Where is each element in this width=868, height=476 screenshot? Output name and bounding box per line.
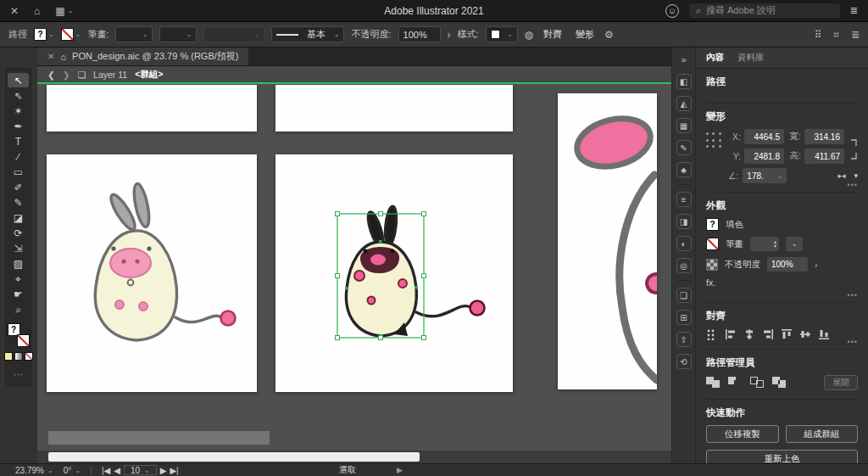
height-input[interactable]: 411.67 xyxy=(804,148,844,164)
constrain-proportions-icon[interactable] xyxy=(849,131,858,168)
previous-artboard-icon[interactable]: ◀ xyxy=(114,466,120,475)
zoom-tool[interactable]: ⌕ xyxy=(8,302,29,316)
rectangle-tool[interactable]: ▭ xyxy=(8,165,29,179)
forward-icon[interactable]: ❯ xyxy=(63,70,70,80)
brushes-icon[interactable]: ✎ xyxy=(676,140,692,155)
rotation-input[interactable]: 178. ⌄ xyxy=(743,168,787,183)
align-more-options[interactable]: ••• xyxy=(848,338,858,346)
rotate-tool[interactable]: ⟳ xyxy=(8,226,29,240)
panel-menu-icon[interactable]: ≣ xyxy=(850,5,858,16)
paintbrush-tool[interactable]: ✐ xyxy=(8,180,29,194)
artboard-partial-top-center[interactable] xyxy=(275,85,513,132)
none-mode-icon[interactable] xyxy=(25,352,33,361)
layers-icon[interactable]: ❏ xyxy=(676,288,692,303)
breadcrumb-layer[interactable]: Layer 11 xyxy=(93,70,127,80)
graphic-style-select[interactable]: ⌄ xyxy=(486,26,518,42)
gradient-tool[interactable]: ▨ xyxy=(8,256,29,271)
stroke-weight-select[interactable]: ⌄ xyxy=(115,26,153,42)
appearance-stroke-swatch[interactable] xyxy=(706,238,719,250)
flip-vertical-icon[interactable]: ▾ xyxy=(854,171,858,180)
document-tab[interactable]: ✕ ⌂ PON_design.aic @ 23.79 % (RGB/預視) xyxy=(37,48,248,65)
eraser-tool[interactable]: ◪ xyxy=(8,210,29,225)
artboard-partial-bottom[interactable] xyxy=(48,431,270,445)
next-artboard-icon[interactable]: ▶ xyxy=(160,466,167,475)
offset-path-button[interactable]: 位移複製 xyxy=(706,425,779,443)
selection-handle[interactable] xyxy=(336,274,340,278)
magic-wand-tool[interactable]: ✶ xyxy=(8,104,29,118)
gradient-mode-icon[interactable] xyxy=(14,352,23,361)
fill-stroke-indicator[interactable]: ? xyxy=(7,323,31,347)
symbols-icon[interactable]: ♣ xyxy=(676,162,692,177)
back-icon[interactable]: ❮ xyxy=(47,70,55,80)
color-guide-icon[interactable]: ◭ xyxy=(676,96,692,111)
selection-handle[interactable] xyxy=(379,212,383,216)
transform-more-options[interactable]: ••• xyxy=(848,181,858,189)
artboard-partial-right[interactable] xyxy=(558,93,657,389)
appearance-fill-swatch[interactable]: ? xyxy=(706,218,719,231)
color-mode-icon[interactable] xyxy=(4,352,13,361)
align-top-icon[interactable] xyxy=(781,328,793,340)
artboards-icon[interactable]: ⊞ xyxy=(676,310,692,325)
expand-button[interactable]: 展開 xyxy=(824,375,858,390)
brush-definition-select[interactable]: 基本 ⌄ xyxy=(271,26,344,42)
first-artboard-icon[interactable]: |◀ xyxy=(102,466,110,475)
align-left-icon[interactable] xyxy=(725,328,737,340)
selection-handle[interactable] xyxy=(422,336,426,340)
asset-export-icon[interactable]: ⇪ xyxy=(676,332,692,347)
opacity-options-chevron-icon[interactable]: › xyxy=(815,260,818,270)
collapse-panels-icon[interactable]: » xyxy=(676,52,692,67)
stroke-weight-unit-select[interactable]: ⌄ xyxy=(786,237,803,251)
x-input[interactable]: 4464.5 xyxy=(744,129,784,144)
history-icon[interactable]: ⟲ xyxy=(676,354,692,369)
stroke-indicator[interactable] xyxy=(17,334,30,347)
appearance-icon[interactable]: ◎ xyxy=(676,258,692,273)
anchor-point[interactable] xyxy=(379,240,381,243)
anchor-point[interactable] xyxy=(345,287,348,289)
home-icon[interactable]: ⌂ xyxy=(34,5,40,17)
line-segment-tool[interactable]: ∕ xyxy=(8,149,29,164)
align-bottom-icon[interactable] xyxy=(818,328,830,340)
workspace-switcher[interactable]: ▦ ⌄ xyxy=(55,5,73,17)
selection-handle[interactable] xyxy=(422,212,426,216)
stroke-color-select[interactable]: ⌄ xyxy=(61,28,81,41)
selection-handle[interactable] xyxy=(336,212,340,216)
zoom-level-select[interactable]: 23.79% ⌄ xyxy=(15,466,53,475)
rotation-select[interactable]: 0° ⌄ xyxy=(64,466,81,475)
transparency-icon[interactable]: ◐ xyxy=(676,236,692,251)
user-avatar-icon[interactable]: ☺ xyxy=(665,4,679,18)
horizontal-scrollbar-thumb[interactable] xyxy=(48,452,420,462)
direct-selection-tool[interactable]: ⇖ xyxy=(8,88,29,103)
horizontal-scrollbar[interactable] xyxy=(37,451,671,463)
y-input[interactable]: 2481.8 xyxy=(744,148,784,164)
scale-tool[interactable]: ⇲ xyxy=(8,241,29,255)
appearance-opacity-input[interactable]: 100% xyxy=(767,257,808,272)
recolor-artwork-icon[interactable]: ◍ xyxy=(525,29,533,41)
artboard-navigation-select[interactable]: 10 ⌄ xyxy=(124,465,157,475)
width-input[interactable]: 314.16 xyxy=(804,129,844,144)
fill-color-select[interactable]: ? ⌄ xyxy=(34,28,54,41)
selection-handle[interactable] xyxy=(422,274,426,278)
transform-button[interactable]: 變形 xyxy=(572,28,598,41)
arrange-documents-icon[interactable]: ⌗ xyxy=(833,29,839,41)
gradient-panel-icon[interactable]: ◨ xyxy=(676,214,692,229)
pencil-tool[interactable]: ✎ xyxy=(8,195,29,210)
anchor-point[interactable] xyxy=(415,286,417,288)
shape-properties-icon[interactable]: ⚙ xyxy=(604,29,614,41)
selection-handle[interactable] xyxy=(336,336,340,340)
workspace-grid-icon[interactable]: ⠿ xyxy=(814,29,821,41)
pathfinder-intersect-icon[interactable] xyxy=(750,377,765,389)
align-right-icon[interactable] xyxy=(762,328,774,340)
canvas[interactable] xyxy=(37,82,671,451)
fx-button[interactable]: fx. xyxy=(706,277,715,288)
artboard-character-selected[interactable] xyxy=(275,154,513,392)
flip-horizontal-icon[interactable]: ▸◂ xyxy=(837,171,845,180)
tab-properties[interactable]: 內容 xyxy=(706,52,724,64)
opacity-select[interactable]: 100% xyxy=(398,26,441,42)
appearance-more-options[interactable]: ••• xyxy=(848,291,858,300)
edit-toolbar-icon[interactable]: ⋯ xyxy=(14,369,23,380)
stroke-unit-select[interactable]: ⌄ xyxy=(159,26,197,42)
stroke-panel-icon[interactable]: ≡ xyxy=(676,192,692,207)
artboard-character-left[interactable] xyxy=(47,154,257,392)
pen-tool[interactable]: ✒ xyxy=(8,119,29,133)
status-options-icon[interactable]: ▶ xyxy=(397,466,403,474)
